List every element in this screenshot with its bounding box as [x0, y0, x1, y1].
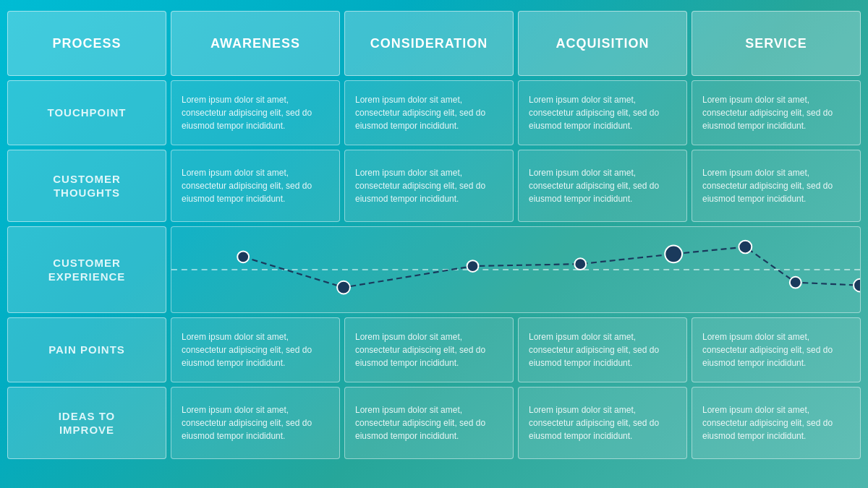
svg-point-5 [665, 246, 682, 263]
label-touchpoint: TOUCHPOINT [7, 80, 166, 145]
svg-point-1 [237, 251, 249, 262]
label-customer-experience: CUSTOMER EXPERIENCE [7, 226, 166, 313]
thoughts-consideration: Lorem ipsum dolor sit amet, consectetur … [344, 150, 514, 222]
header-consideration: CONSIDERATION [344, 11, 514, 76]
thoughts-acquisition: Lorem ipsum dolor sit amet, consectetur … [518, 150, 687, 222]
ideas-acquisition: Lorem ipsum dolor sit amet, consectetur … [518, 387, 687, 459]
touchpoint-service: Lorem ipsum dolor sit amet, consectetur … [692, 80, 861, 145]
touchpoint-acquisition: Lorem ipsum dolor sit amet, consectetur … [518, 80, 687, 145]
pain-consideration: Lorem ipsum dolor sit amet, consectetur … [344, 317, 514, 382]
label-customer-thoughts: CUSTOMER THOUGHTS [7, 150, 166, 222]
pain-service: Lorem ipsum dolor sit amet, consectetur … [692, 317, 861, 382]
svg-point-4 [574, 258, 586, 270]
thoughts-awareness: Lorem ipsum dolor sit amet, consectetur … [171, 150, 340, 222]
header-process: PROCESS [7, 11, 166, 76]
header-awareness: AWARENESS [171, 11, 340, 76]
touchpoint-awareness: Lorem ipsum dolor sit amet, consectetur … [171, 80, 340, 145]
main-grid: PROCESS AWARENESS CONSIDERATION ACQUISIT… [7, 11, 861, 459]
header-acquisition: ACQUISITION [518, 11, 687, 76]
svg-point-6 [739, 241, 752, 254]
label-ideas-to-improve: IDEAS TO IMPROVE [7, 387, 166, 459]
svg-point-2 [337, 281, 350, 294]
experience-chart [171, 226, 861, 313]
pain-acquisition: Lorem ipsum dolor sit amet, consectetur … [518, 317, 687, 382]
svg-point-8 [854, 279, 860, 292]
experience-svg [171, 227, 860, 312]
svg-point-3 [467, 260, 479, 272]
header-service: SERVICE [692, 11, 861, 76]
ideas-service: Lorem ipsum dolor sit amet, consectetur … [692, 387, 861, 459]
ideas-consideration: Lorem ipsum dolor sit amet, consectetur … [344, 387, 514, 459]
pain-awareness: Lorem ipsum dolor sit amet, consectetur … [171, 317, 340, 382]
touchpoint-consideration: Lorem ipsum dolor sit amet, consectetur … [344, 80, 514, 145]
label-pain-points: PAIN POINTS [7, 317, 166, 382]
thoughts-service: Lorem ipsum dolor sit amet, consectetur … [692, 150, 861, 222]
ideas-awareness: Lorem ipsum dolor sit amet, consectetur … [171, 387, 340, 459]
svg-point-7 [790, 277, 801, 288]
